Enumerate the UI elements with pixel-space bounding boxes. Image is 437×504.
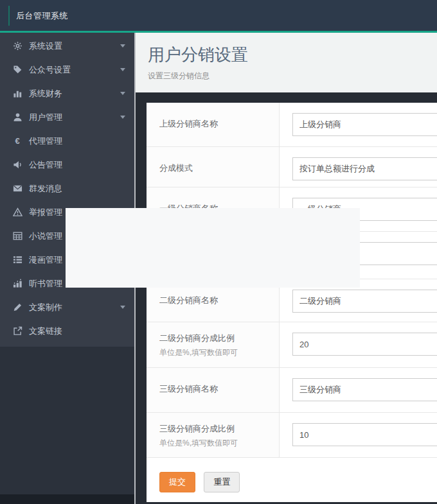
sidebar-footer	[0, 494, 135, 504]
form-input-cell	[280, 322, 437, 367]
sidebar-item-13[interactable]: 文案链接	[0, 319, 135, 343]
field-label: 二级分销商名称	[159, 295, 272, 306]
bar-chart-icon	[12, 89, 22, 99]
form-label-cell: 上级分销商名称	[147, 103, 280, 146]
chevron-down-icon	[120, 44, 125, 48]
sidebar-item-label: 听书管理	[29, 278, 62, 290]
app-root: 后台管理系统 系统设置 公众号设置 系统财务 用户管理 € 代理管理 公告管理 …	[0, 0, 437, 504]
form-input-cell	[280, 413, 437, 457]
reset-button[interactable]: 重置	[204, 472, 240, 492]
pen-icon	[12, 302, 22, 313]
external-link-icon	[12, 326, 22, 336]
chevron-down-icon	[120, 92, 125, 95]
field-sublabel: 单位是%,填写数值即可	[159, 438, 272, 449]
euro-icon: €	[12, 136, 22, 146]
field-input-8[interactable]	[292, 423, 437, 446]
logo-accent-bar	[8, 6, 10, 26]
field-input-7[interactable]	[292, 378, 437, 401]
chevron-down-icon	[120, 68, 125, 71]
sidebar-item-2[interactable]: 公众号设置	[0, 58, 135, 82]
field-input-6[interactable]	[292, 333, 437, 356]
gear-icon	[12, 41, 22, 51]
stairs-chart-icon	[12, 279, 22, 289]
content-area: 上级分销商名称 分成模式 一级分销商名称	[136, 92, 437, 504]
sidebar-item-label: 群发消息	[29, 183, 62, 195]
sidebar-item-label: 漫画管理	[29, 254, 62, 266]
app-title: 后台管理系统	[16, 10, 68, 22]
sidebar-item-3[interactable]: 系统财务	[0, 82, 135, 105]
sidebar-item-label: 文案链接	[29, 326, 62, 337]
field-label: 上级分销商名称	[159, 118, 272, 130]
sidebar-item-12[interactable]: 文案制作	[0, 295, 135, 319]
form-row: 分成模式	[147, 147, 437, 187]
list-icon	[12, 255, 22, 265]
form-input-cell	[280, 147, 437, 187]
field-sublabel: 单位是%,填写数值即可	[159, 347, 272, 358]
sidebar-item-label: 系统设置	[29, 40, 62, 52]
form-label-cell: 二级分销商分成比例 单位是%,填写数值即可	[147, 322, 280, 367]
field-input-5[interactable]	[292, 290, 437, 313]
table-icon	[12, 231, 22, 241]
form-label-cell: 分成模式	[147, 147, 280, 187]
sidebar-item-1[interactable]: 系统设置	[0, 34, 135, 58]
field-label: 分成模式	[159, 162, 272, 174]
sidebar-menu: 系统设置 公众号设置 系统财务 用户管理 € 代理管理 公告管理 群发消息 举报…	[0, 33, 135, 347]
form-input-cell	[280, 368, 437, 412]
field-label: 二级分销商分成比例	[159, 333, 272, 344]
field-label: 三级分销商名称	[159, 383, 272, 395]
field-label: 三级分销商分成比例	[159, 423, 272, 435]
form-row: 三级分销商分成比例 单位是%,填写数值即可	[147, 413, 437, 458]
sidebar-item-label: 代理管理	[29, 135, 62, 147]
page-title: 用户分销设置	[148, 44, 437, 66]
sidebar-item-label: 公告管理	[29, 159, 62, 171]
form-input-cell	[280, 103, 437, 146]
form-row: 上级分销商名称	[147, 103, 437, 147]
envelope-icon	[12, 184, 22, 194]
chevron-down-icon	[120, 116, 125, 119]
sidebar-item-label: 文案制作	[29, 302, 62, 313]
sidebar-item-5[interactable]: € 代理管理	[0, 129, 135, 153]
tags-icon	[12, 65, 22, 75]
topbar: 后台管理系统	[0, 0, 437, 33]
form-label-cell: 三级分销商名称	[147, 368, 280, 412]
settings-form-panel: 上级分销商名称 分成模式 一级分销商名称	[147, 103, 437, 502]
submit-button[interactable]: 提交	[159, 472, 195, 492]
sidebar-item-label: 系统财务	[29, 88, 62, 100]
user-icon	[12, 112, 22, 123]
sidebar-item-label: 用户管理	[29, 112, 62, 123]
field-input-2[interactable]	[292, 157, 437, 180]
page-header: 用户分销设置 设置三级分销信息	[136, 33, 437, 92]
white-overlay-block	[66, 208, 360, 288]
sidebar-item-label: 小说管理	[29, 230, 62, 242]
sidebar-item-label: 公众号设置	[29, 64, 71, 76]
form-row: 二级分销商分成比例 单位是%,填写数值即可	[147, 322, 437, 368]
form-row: 三级分销商名称	[147, 368, 437, 413]
field-input-1[interactable]	[292, 113, 437, 136]
chevron-down-icon	[120, 306, 125, 309]
form-label-cell: 三级分销商分成比例 单位是%,填写数值即可	[147, 413, 280, 457]
warning-icon	[12, 207, 22, 218]
sidebar-item-4[interactable]: 用户管理	[0, 105, 135, 129]
page-subtitle: 设置三级分销信息	[148, 71, 437, 82]
form-actions: 提交 重置	[147, 458, 437, 502]
sidebar-item-7[interactable]: 群发消息	[0, 177, 135, 200]
sidebar-item-label: 举报管理	[29, 207, 62, 218]
sidebar-item-6[interactable]: 公告管理	[0, 153, 135, 177]
bullhorn-icon	[12, 160, 22, 170]
